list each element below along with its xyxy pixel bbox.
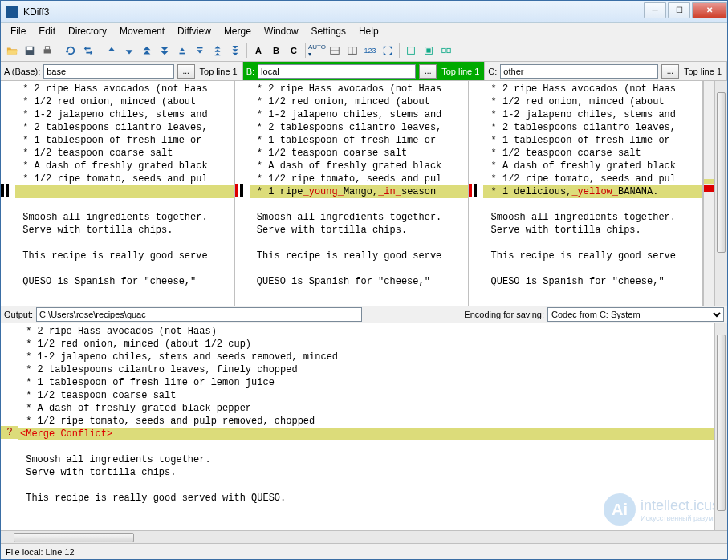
split-v-icon[interactable] — [344, 43, 360, 59]
choose-a-button[interactable]: A — [250, 43, 266, 59]
auto-button[interactable]: AUTO▾ — [309, 43, 325, 59]
menu-settings[interactable]: Settings — [305, 24, 352, 39]
menubar: File Edit Directory Movement Diffview Me… — [1, 23, 727, 39]
pane-b-header: B: ... Top line 1 — [243, 62, 486, 80]
svg-rect-10 — [408, 47, 415, 54]
svg-rect-13 — [442, 48, 445, 52]
svg-rect-14 — [447, 48, 450, 52]
svg-rect-2 — [44, 49, 51, 53]
hscroll[interactable] — [1, 530, 727, 543]
pane-c-topline: Top line 1 — [682, 67, 723, 76]
titlebar: KDiff3 ─ ☐ ✕ — [1, 1, 727, 23]
svg-rect-5 — [197, 47, 203, 48]
choose-b-button[interactable]: B — [268, 43, 284, 59]
open-icon[interactable] — [4, 43, 20, 59]
statusbar: File local: Line 12 — [1, 543, 727, 559]
minimize-button[interactable]: ─ — [644, 2, 666, 18]
swap-icon[interactable] — [80, 43, 96, 59]
menu-movement[interactable]: Movement — [113, 24, 171, 39]
print-icon[interactable] — [39, 43, 55, 59]
toolbar: A B C AUTO▾ 123 — [1, 39, 727, 62]
menu-window[interactable]: Window — [258, 24, 305, 39]
output-path-input[interactable] — [36, 307, 362, 322]
ws3-icon[interactable] — [438, 43, 454, 59]
pane-b-topline: Top line 1 — [440, 67, 481, 76]
pane-b-label: B: — [246, 67, 254, 76]
split-h-icon[interactable] — [327, 43, 343, 59]
menu-help[interactable]: Help — [352, 24, 385, 39]
pane-c-browse-button[interactable]: ... — [661, 64, 679, 79]
down-arrow-icon[interactable] — [121, 43, 137, 59]
choose-c-button[interactable]: C — [286, 43, 302, 59]
menu-merge[interactable]: Merge — [218, 24, 258, 39]
pane-b-input[interactable] — [258, 64, 416, 79]
save-icon[interactable] — [22, 43, 38, 59]
line-num-icon[interactable]: 123 — [362, 43, 378, 59]
svg-rect-3 — [45, 46, 49, 49]
down-triple-icon[interactable] — [227, 43, 243, 59]
output-code[interactable]: * 2 ripe Hass avocados (not Haas) * 1/2 … — [18, 323, 714, 530]
menu-file[interactable]: File — [4, 24, 32, 39]
pane-a-input[interactable] — [43, 64, 173, 79]
double-down-icon[interactable] — [157, 43, 173, 59]
close-button[interactable]: ✕ — [692, 2, 727, 18]
pane-a-header: A (Base): ... Top line 1 — [1, 62, 243, 80]
output-vscroll[interactable] — [714, 323, 727, 530]
down-single-icon[interactable] — [192, 43, 208, 59]
menu-diffview[interactable]: Diffview — [171, 24, 218, 39]
menu-edit[interactable]: Edit — [32, 24, 62, 39]
output-label: Output: — [4, 310, 33, 319]
menu-directory[interactable]: Directory — [62, 24, 113, 39]
ws1-icon[interactable] — [403, 43, 419, 59]
window-title: KDiff3 — [23, 6, 642, 18]
ws2-icon[interactable] — [421, 43, 437, 59]
pane-b[interactable]: * 2 ripe Hass avocados (not Haas * 1/2 r… — [235, 81, 470, 306]
overview-strip[interactable] — [703, 81, 714, 306]
svg-rect-4 — [180, 52, 185, 54]
panes-vscroll[interactable] — [714, 81, 727, 306]
svg-rect-1 — [27, 47, 33, 50]
pane-c-header: C: ... Top line 1 — [485, 62, 727, 80]
reload-icon[interactable] — [63, 43, 79, 59]
app-icon — [6, 6, 18, 18]
svg-rect-12 — [426, 48, 430, 52]
pane-c-input[interactable] — [500, 64, 658, 79]
pane-c-label: C: — [488, 67, 497, 76]
up-single-icon[interactable] — [174, 43, 190, 59]
up-triple-icon[interactable] — [209, 43, 226, 59]
pane-a-label: A (Base): — [4, 67, 40, 76]
maximize-button[interactable]: ☐ — [668, 2, 690, 18]
pane-a-browse-button[interactable]: ... — [177, 64, 195, 79]
pane-a[interactable]: * 2 ripe Hass avocados (not Haas * 1/2 r… — [1, 81, 235, 306]
pane-b-browse-button[interactable]: ... — [419, 64, 437, 79]
up-arrow-icon[interactable] — [104, 43, 120, 59]
pane-c[interactable]: * 2 ripe Hass avocados (not Haas * 1/2 r… — [469, 81, 703, 306]
status-text: File local: Line 12 — [6, 547, 75, 557]
encoding-select[interactable]: Codec from C: System — [547, 307, 724, 322]
double-up-icon[interactable] — [139, 43, 155, 59]
expand-icon[interactable] — [380, 43, 396, 59]
pane-a-topline: Top line 1 — [198, 67, 239, 76]
encoding-label: Encoding for saving: — [464, 310, 544, 319]
